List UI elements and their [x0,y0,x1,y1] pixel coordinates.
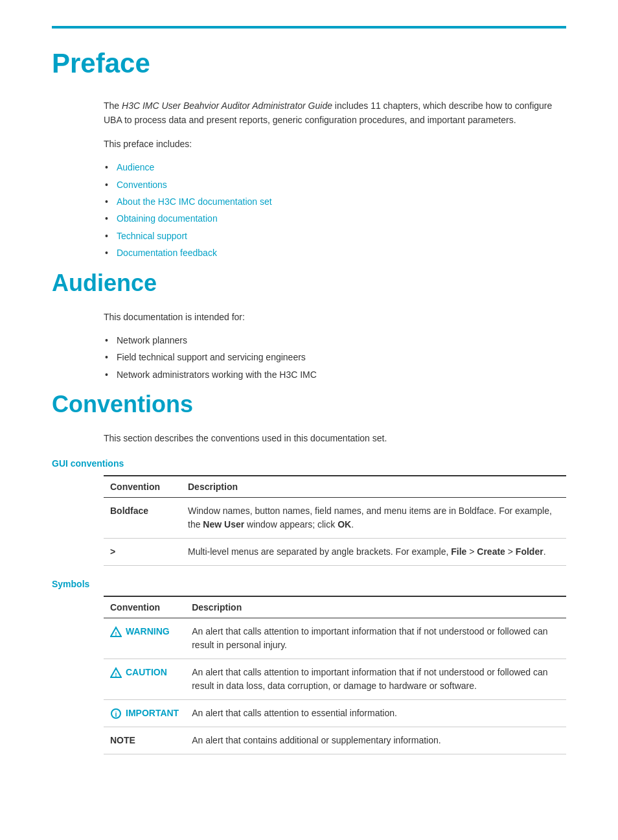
caution-triangle-icon: ! [110,667,122,679]
conventions-link[interactable]: Conventions [117,180,167,190]
doc-set-link[interactable]: About the H3C IMC documentation set [117,196,272,207]
gui-col-description: Description [181,476,566,498]
technical-support-link[interactable]: Technical support [117,231,187,241]
warning-convention: ! WARNING [104,618,185,659]
angle-bracket-convention: > [104,539,181,566]
audience-list: Network planners Field technical support… [117,333,566,382]
table-row: i IMPORTANT An alert that calls attentio… [104,700,566,727]
preface-intro-part1: The [104,100,122,111]
table-row: > Multi-level menus are separated by ang… [104,539,566,566]
preface-intro: The H3C IMC User Beahvior Auditor Admini… [104,99,566,128]
list-item: Documentation feedback [117,246,566,260]
list-item: Field technical support and servicing en… [117,350,566,364]
symbols-subtitle: Symbols [52,579,566,589]
example-folder: Folder [516,546,544,557]
warning-label: WARNING [126,625,170,638]
boldface-description: Window names, button names, field names,… [181,498,566,539]
table-row: Boldface Window names, button names, fie… [104,498,566,539]
caution-symbol-cell: ! CAUTION [110,666,179,679]
preface-title: Preface [52,48,566,79]
audience-intro: This documentation is intended for: [104,310,566,324]
symbols-col-description: Description [185,596,566,618]
table-row: ! WARNING An alert that calls attention … [104,618,566,659]
note-description: An alert that contains additional or sup… [185,727,566,754]
symbols-table-header-row: Convention Description [104,596,566,618]
important-convention: i IMPORTANT [104,700,185,727]
svg-text:!: ! [115,671,117,678]
preface-book-title: H3C IMC User Beahvior Auditor Administra… [122,100,332,111]
boldface-convention: Boldface [104,498,181,539]
doc-feedback-link[interactable]: Documentation feedback [117,248,217,258]
angle-bracket-description: Multi-level menus are separated by angle… [181,539,566,566]
preface-includes-text: This preface includes: [104,137,566,151]
svg-text:i: i [115,710,117,718]
gui-conventions-subtitle: GUI conventions [52,458,566,469]
warning-symbol-cell: ! WARNING [110,625,179,638]
list-item: Obtaining documentation [117,211,566,226]
audience-link[interactable]: Audience [117,162,154,172]
note-symbol-cell: NOTE [110,734,179,747]
important-symbol-cell: i IMPORTANT [110,706,179,720]
example-bold-new-user: New User [203,519,244,530]
list-item: Network planners [117,333,566,347]
table-row: ! CAUTION An alert that calls attention … [104,659,566,700]
conventions-title: Conventions [52,391,566,418]
list-item: Technical support [117,229,566,243]
important-label: IMPORTANT [126,706,179,720]
gui-conventions-table: Convention Description Boldface Window n… [104,475,566,566]
top-border [52,26,566,29]
warning-triangle-icon: ! [110,626,122,638]
conventions-intro: This section describes the conventions u… [104,431,566,445]
table-row: NOTE An alert that contains additional o… [104,727,566,754]
caution-description: An alert that calls attention to importa… [185,659,566,700]
list-item: Conventions [117,178,566,192]
caution-label: CAUTION [126,666,167,679]
list-item: Audience [117,160,566,174]
gui-col-convention: Convention [104,476,181,498]
svg-text:!: ! [115,631,117,637]
page-container: Preface The H3C IMC User Beahvior Audito… [0,0,618,840]
important-circle-icon: i [110,708,122,719]
symbols-col-convention: Convention [104,596,185,618]
gui-table-header-row: Convention Description [104,476,566,498]
important-description: An alert that calls attention to essenti… [185,700,566,727]
audience-title: Audience [52,270,566,297]
caution-convention: ! CAUTION [104,659,185,700]
example-file: File [451,546,466,557]
note-label: NOTE [110,734,135,747]
example-create: Create [477,546,505,557]
obtaining-doc-link[interactable]: Obtaining documentation [117,213,218,224]
symbols-table: Convention Description ! WARNING An aler… [104,596,566,754]
list-item: Network administrators working with the … [117,368,566,382]
note-convention: NOTE [104,727,185,754]
list-item: About the H3C IMC documentation set [117,194,566,209]
preface-links-list: Audience Conventions About the H3C IMC d… [117,160,566,260]
warning-description: An alert that calls attention to importa… [185,618,566,659]
example-bold-ok: OK [338,519,351,530]
